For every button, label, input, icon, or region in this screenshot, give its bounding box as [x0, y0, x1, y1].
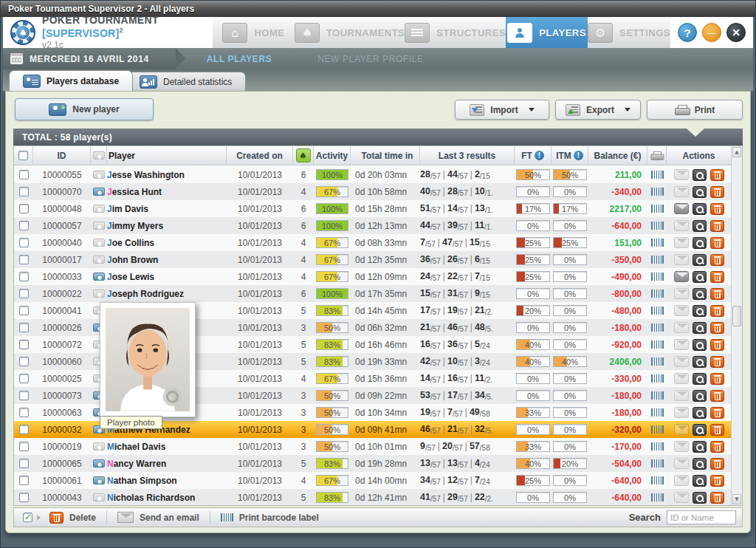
delete-player-button[interactable]	[710, 475, 724, 487]
view-player-button[interactable]	[693, 373, 707, 385]
col-id[interactable]: ID	[33, 146, 91, 165]
help-button[interactable]: ?	[678, 23, 697, 42]
view-player-button[interactable]	[693, 288, 707, 300]
close-button[interactable]: ✕	[726, 23, 746, 42]
print-button[interactable]: Print	[647, 100, 743, 120]
nav-item-settings[interactable]: ⚙ SETTINGS	[588, 17, 670, 48]
barcode-icon[interactable]	[651, 222, 664, 230]
row-checkbox[interactable]	[19, 442, 29, 451]
col-created-on[interactable]: Created on	[227, 146, 293, 165]
send-email-button[interactable]	[674, 475, 689, 486]
view-player-button[interactable]	[693, 220, 707, 232]
view-player-button[interactable]	[693, 458, 707, 470]
col-balance[interactable]: Balance (€)	[588, 146, 647, 165]
table-row[interactable]: 10000048 Jim Davis 10/01/2013 6 100% 0d …	[14, 200, 731, 217]
send-email-button[interactable]	[674, 305, 689, 316]
spade-level-icon[interactable]: ♠	[296, 148, 311, 162]
barcode-icon[interactable]	[651, 239, 664, 247]
delete-player-button[interactable]	[710, 390, 724, 402]
view-player-button[interactable]	[693, 271, 707, 283]
table-row[interactable]: 10000019 Michael Davis 10/01/2013 3 50% …	[14, 438, 731, 455]
send-email-button[interactable]	[674, 424, 689, 435]
vertical-scrollbar[interactable]: ▲ ▼	[731, 146, 742, 505]
barcode-icon[interactable]	[651, 323, 664, 332]
send-email-button[interactable]	[674, 322, 689, 333]
scroll-down-button[interactable]: ▼	[732, 494, 741, 504]
barcode-icon[interactable]	[651, 391, 664, 400]
import-button[interactable]: Import	[455, 100, 549, 120]
col-ft[interactable]: FT!	[515, 146, 551, 165]
nav-item-home[interactable]: ⌂ HOME	[213, 17, 295, 48]
row-checkbox[interactable]	[19, 357, 29, 366]
table-row[interactable]: 10000061 Nathan Simpson 10/01/2013 4 67%…	[14, 472, 731, 489]
breadcrumb-all-players[interactable]: ALL PLAYERS	[207, 54, 272, 64]
nav-item-structures[interactable]: STRUCTURES	[405, 17, 506, 48]
barcode-icon[interactable]	[651, 425, 664, 434]
col-itm[interactable]: ITM!	[551, 146, 588, 165]
delete-player-button[interactable]	[710, 237, 724, 249]
view-player-button[interactable]	[693, 356, 707, 368]
row-checkbox[interactable]	[19, 221, 29, 230]
send-email-button[interactable]	[674, 339, 689, 350]
export-button[interactable]: Export	[555, 100, 641, 120]
view-player-button[interactable]	[693, 237, 707, 249]
delete-player-button[interactable]	[710, 458, 724, 470]
send-email-button[interactable]	[674, 390, 689, 401]
barcode-icon[interactable]	[651, 357, 664, 366]
row-checkbox[interactable]	[19, 289, 29, 298]
col-total-time[interactable]: Total time in	[351, 146, 420, 165]
barcode-icon[interactable]	[651, 306, 664, 315]
table-row[interactable]: 10000040 Joe Collins 10/01/2013 4 67% 0d…	[14, 234, 731, 251]
table-row[interactable]: 10000057 Jimmy Myers 10/01/2013 6 100% 0…	[14, 217, 731, 234]
tab-detailed-statistics[interactable]: Detailed statistics	[126, 72, 246, 91]
delete-action[interactable]: Delete	[23, 512, 96, 524]
view-player-button[interactable]	[693, 441, 707, 453]
row-checkbox[interactable]	[19, 323, 29, 332]
table-row[interactable]: 10000043 Nicholas Richardson 10/01/2013 …	[14, 489, 731, 505]
send-email-button[interactable]	[674, 441, 689, 452]
row-checkbox[interactable]	[19, 306, 29, 315]
col-last-results[interactable]: Last 3 results	[420, 146, 515, 165]
barcode-icon[interactable]	[651, 442, 664, 451]
table-row[interactable]: 10000070 Jessica Hunt 10/01/2013 4 67% 0…	[14, 183, 731, 200]
delete-player-button[interactable]	[710, 407, 724, 419]
barcode-icon[interactable]	[651, 171, 664, 179]
delete-player-button[interactable]	[710, 339, 724, 351]
col-activity[interactable]: Activity	[314, 146, 351, 165]
delete-player-button[interactable]	[710, 356, 724, 368]
row-checkbox[interactable]	[19, 238, 29, 247]
row-checkbox[interactable]	[19, 408, 29, 417]
delete-player-button[interactable]	[710, 441, 724, 453]
barcode-icon[interactable]	[651, 188, 664, 196]
barcode-icon[interactable]	[651, 476, 664, 484]
barcode-icon[interactable]	[651, 256, 664, 264]
row-checkbox[interactable]	[19, 374, 29, 383]
view-player-button[interactable]	[693, 390, 707, 402]
send-email-button[interactable]	[674, 458, 689, 469]
row-checkbox[interactable]	[19, 476, 29, 485]
barcode-icon[interactable]	[651, 340, 664, 349]
table-row[interactable]: 10000022 Joseph Rodriguez 10/01/2013 6 1…	[14, 285, 731, 302]
send-email-action[interactable]: Send an email	[117, 512, 199, 523]
barcode-icon[interactable]	[651, 273, 664, 281]
delete-player-button[interactable]	[710, 254, 724, 266]
barcode-icon[interactable]	[651, 205, 664, 213]
row-checkbox[interactable]	[19, 493, 29, 502]
delete-player-button[interactable]	[710, 220, 724, 232]
send-email-button[interactable]	[674, 254, 689, 265]
itm-info-icon[interactable]: !	[574, 151, 583, 160]
view-player-button[interactable]	[693, 339, 707, 351]
row-checkbox[interactable]	[19, 425, 29, 434]
breadcrumb-new-player-profile[interactable]: NEW PLAYER PROFILE	[317, 54, 423, 64]
tab-players-database[interactable]: Players database	[9, 70, 133, 91]
delete-player-button[interactable]	[710, 203, 724, 215]
select-all-checkbox[interactable]	[18, 151, 28, 160]
nav-item-players[interactable]: PLAYERS	[506, 17, 588, 48]
delete-select-checkbox[interactable]	[23, 513, 32, 522]
view-player-button[interactable]	[693, 322, 707, 334]
send-email-button[interactable]	[674, 220, 689, 231]
delete-player-button[interactable]	[710, 305, 724, 317]
delete-player-button[interactable]	[710, 492, 724, 504]
barcode-icon[interactable]	[651, 459, 664, 467]
delete-player-button[interactable]	[710, 288, 724, 300]
